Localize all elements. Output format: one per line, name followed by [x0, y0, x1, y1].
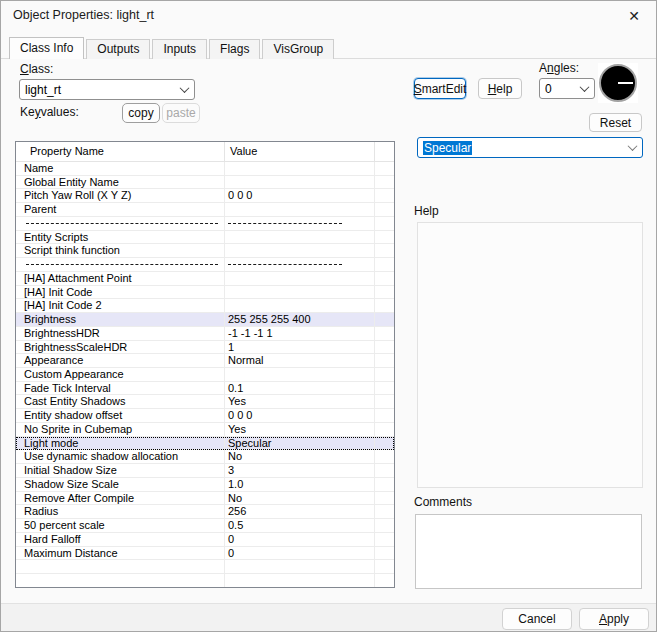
- row-spacer-cell: [375, 272, 394, 286]
- light-mode-combobox-value: Specular: [423, 141, 472, 155]
- property-name-cell: [16, 560, 225, 574]
- table-row[interactable]: Use dynamic shadow allocationNo: [16, 450, 394, 464]
- separator-dashes: [228, 264, 342, 265]
- property-name-cell: Radius: [16, 505, 225, 519]
- property-value-cell: 1.0: [225, 478, 375, 492]
- table-row[interactable]: Entity shadow offset0 0 0: [16, 409, 394, 423]
- row-spacer-cell: [375, 217, 394, 231]
- table-row[interactable]: Custom Appearance: [16, 368, 394, 382]
- property-name-cell: 50 percent scale: [16, 519, 225, 533]
- tab-class-info[interactable]: Class Info: [9, 37, 84, 59]
- property-name-cell: [16, 258, 225, 272]
- paste-button[interactable]: paste: [162, 103, 200, 123]
- row-spacer-cell: [375, 231, 394, 245]
- property-value-cell: [225, 244, 375, 258]
- column-header-value[interactable]: Value: [225, 142, 375, 161]
- light-mode-combobox[interactable]: Specular: [417, 137, 643, 158]
- tab-outputs[interactable]: Outputs: [86, 39, 150, 59]
- table-row[interactable]: Script think function: [16, 244, 394, 258]
- smartedit-button[interactable]: SmartEdit: [414, 78, 466, 99]
- property-value-cell: [225, 299, 375, 313]
- row-spacer-cell: [375, 299, 394, 313]
- close-icon[interactable]: ✕: [620, 5, 648, 27]
- table-row[interactable]: [HA] Init Code: [16, 286, 394, 300]
- help-button[interactable]: Help: [478, 78, 522, 99]
- table-row[interactable]: 50 percent scale0.5: [16, 519, 394, 533]
- tab-inputs[interactable]: Inputs: [152, 39, 207, 59]
- row-spacer-cell: [375, 382, 394, 396]
- property-value-cell: [225, 560, 375, 574]
- property-name-cell: Shadow Size Scale: [16, 478, 225, 492]
- table-row[interactable]: Remove After CompileNo: [16, 492, 394, 506]
- row-spacer-cell: [375, 492, 394, 506]
- property-value-cell: [225, 217, 375, 231]
- table-row[interactable]: No Sprite in CubemapYes: [16, 423, 394, 437]
- table-row[interactable]: Radius256: [16, 505, 394, 519]
- table-row[interactable]: Shadow Size Scale1.0: [16, 478, 394, 492]
- table-row[interactable]: BrightnessHDR-1 -1 -1 1: [16, 327, 394, 341]
- class-combobox-value: light_rt: [25, 83, 181, 97]
- property-value-cell: [225, 574, 375, 588]
- property-value-cell: -1 -1 -1 1: [225, 327, 375, 341]
- column-header-property-name[interactable]: Property Name: [16, 142, 225, 161]
- property-name-cell: Pitch Yaw Roll (X Y Z): [16, 189, 225, 203]
- comments-label: Comments: [414, 495, 472, 509]
- property-name-cell: Script think function: [16, 244, 225, 258]
- table-row[interactable]: Entity Scripts: [16, 231, 394, 245]
- table-row[interactable]: [16, 574, 394, 588]
- property-value-cell: [225, 258, 375, 272]
- reset-button[interactable]: Reset: [589, 113, 642, 132]
- table-row[interactable]: Initial Shadow Size3: [16, 464, 394, 478]
- table-row[interactable]: [HA] Attachment Point: [16, 272, 394, 286]
- cancel-button[interactable]: Cancel: [502, 608, 572, 630]
- property-value-cell: 0: [225, 533, 375, 547]
- class-combobox[interactable]: light_rt: [19, 79, 195, 100]
- table-row[interactable]: [16, 217, 394, 231]
- property-name-cell: Light mode: [16, 437, 225, 451]
- property-value-cell: Yes: [225, 395, 375, 409]
- row-spacer-cell: [375, 189, 394, 203]
- table-row[interactable]: [HA] Init Code 2: [16, 299, 394, 313]
- tab-flags[interactable]: Flags: [209, 39, 260, 59]
- tab-visgroup[interactable]: VisGroup: [262, 39, 334, 59]
- table-row[interactable]: Fade Tick Interval0.1: [16, 382, 394, 396]
- table-row[interactable]: Global Entity Name: [16, 176, 394, 190]
- angle-dial[interactable]: [598, 63, 638, 103]
- angles-combobox[interactable]: 0: [539, 78, 595, 99]
- comments-input[interactable]: [415, 514, 642, 589]
- table-row[interactable]: Brightness255 255 255 400: [16, 313, 394, 327]
- property-name-cell: No Sprite in Cubemap: [16, 423, 225, 437]
- property-value-cell: [225, 368, 375, 382]
- copy-button[interactable]: copy: [122, 103, 160, 123]
- table-row[interactable]: Cast Entity ShadowsYes: [16, 395, 394, 409]
- property-value-cell: Specular: [225, 437, 375, 451]
- table-row[interactable]: Name: [16, 162, 394, 176]
- property-value-cell: [225, 203, 375, 217]
- table-row[interactable]: Maximum Distance0: [16, 547, 394, 561]
- column-header-spacer: [375, 142, 394, 161]
- row-spacer-cell: [375, 313, 394, 327]
- apply-button[interactable]: Apply: [579, 608, 649, 630]
- property-value-cell: 0 0 0: [225, 189, 375, 203]
- row-spacer-cell: [375, 574, 394, 588]
- table-row[interactable]: Light modeSpecular: [16, 437, 394, 451]
- title-bar: Object Properties: light_rt ✕: [1, 1, 656, 31]
- table-row[interactable]: Hard Falloff0: [16, 533, 394, 547]
- table-row[interactable]: BrightnessScaleHDR1: [16, 341, 394, 355]
- table-row[interactable]: [16, 560, 394, 574]
- table-row[interactable]: AppearanceNormal: [16, 354, 394, 368]
- row-spacer-cell: [375, 505, 394, 519]
- property-name-cell: Remove After Compile: [16, 492, 225, 506]
- property-name-cell: [HA] Init Code: [16, 286, 225, 300]
- property-name-cell: Custom Appearance: [16, 368, 225, 382]
- chevron-down-icon: [580, 82, 590, 92]
- row-spacer-cell: [375, 450, 394, 464]
- table-row[interactable]: Parent: [16, 203, 394, 217]
- property-name-cell: Fade Tick Interval: [16, 382, 225, 396]
- table-row[interactable]: Pitch Yaw Roll (X Y Z)0 0 0: [16, 189, 394, 203]
- table-row[interactable]: [16, 258, 394, 272]
- row-spacer-cell: [375, 409, 394, 423]
- property-name-cell: [16, 574, 225, 588]
- property-value-cell: 3: [225, 464, 375, 478]
- property-table-body: NameGlobal Entity NamePitch Yaw Roll (X …: [16, 162, 394, 588]
